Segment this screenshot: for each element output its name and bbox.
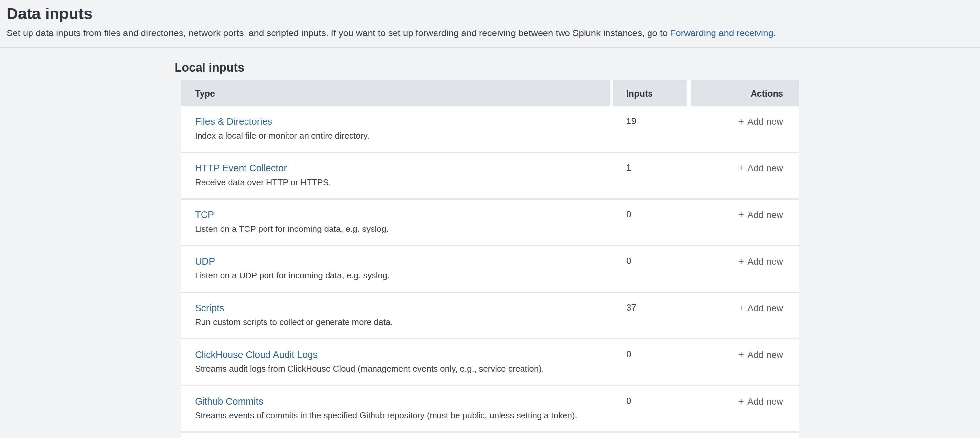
- add-new-label: Add new: [747, 303, 783, 313]
- add-new-label: Add new: [747, 396, 783, 406]
- table-row: TCP Listen on a TCP port for incoming da…: [181, 200, 799, 246]
- inputs-count: 0: [613, 339, 687, 385]
- add-new-button[interactable]: +Add new: [738, 209, 783, 220]
- page-title: Data inputs: [6, 5, 974, 23]
- plus-icon: +: [738, 162, 745, 174]
- input-type-description: Streams events of commits in the specifi…: [195, 409, 610, 422]
- actions-cell: +Add new: [690, 293, 799, 338]
- actions-cell: +Add new: [690, 107, 799, 152]
- type-cell: Files & Directories Index a local file o…: [181, 107, 610, 152]
- actions-cell: +Add new: [690, 200, 799, 245]
- table-row: Scripts Run custom scripts to collect or…: [181, 293, 799, 339]
- input-type-description: Streams audit logs from ClickHouse Cloud…: [195, 363, 610, 375]
- add-new-button[interactable]: +Add new: [738, 163, 783, 174]
- inputs-count: 19: [613, 107, 687, 152]
- input-type-link-tcp[interactable]: TCP: [195, 208, 214, 221]
- table-header-row: Type Inputs Actions: [181, 80, 799, 107]
- input-type-link-http-event-collector[interactable]: HTTP Event Collector: [195, 162, 287, 175]
- plus-icon: +: [738, 349, 745, 360]
- input-type-link-clickhouse-cloud-audit-logs[interactable]: ClickHouse Cloud Audit Logs: [195, 348, 318, 361]
- plus-icon: +: [738, 209, 745, 220]
- input-type-link-files-directories[interactable]: Files & Directories: [195, 115, 272, 128]
- table-row: UDP Listen on a UDP port for incoming da…: [181, 246, 799, 293]
- plus-icon: +: [738, 302, 745, 313]
- add-new-button[interactable]: +Add new: [738, 349, 783, 360]
- add-new-label: Add new: [747, 349, 783, 360]
- inputs-count: 37: [613, 293, 687, 338]
- add-new-button[interactable]: +Add new: [738, 396, 783, 406]
- table-row-partial: [181, 433, 799, 438]
- add-new-label: Add new: [747, 256, 783, 267]
- input-type-description: Listen on a UDP port for incoming data, …: [195, 269, 610, 282]
- table-row: HTTP Event Collector Receive data over H…: [181, 153, 799, 200]
- input-type-link-udp[interactable]: UDP: [195, 255, 215, 268]
- column-header-actions: Actions: [690, 80, 799, 107]
- inputs-count: 0: [613, 246, 687, 291]
- local-inputs-table: Type Inputs Actions Files & Directories …: [181, 80, 799, 438]
- actions-cell: +Add new: [690, 339, 799, 385]
- inputs-count: 1: [613, 153, 687, 198]
- add-new-label: Add new: [747, 163, 783, 174]
- type-cell: ClickHouse Cloud Audit Logs Streams audi…: [181, 339, 610, 385]
- page-header: Data inputs Set up data inputs from file…: [0, 0, 980, 48]
- page-subtitle: Set up data inputs from files and direct…: [6, 27, 974, 39]
- plus-icon: +: [738, 255, 745, 267]
- input-type-link-github-commits[interactable]: Github Commits: [195, 395, 263, 408]
- actions-cell: +Add new: [690, 153, 799, 198]
- type-cell: Scripts Run custom scripts to collect or…: [181, 293, 610, 338]
- content-container: Local inputs Type Inputs Actions Files &…: [175, 61, 805, 438]
- add-new-button[interactable]: +Add new: [738, 303, 783, 313]
- table-row: Files & Directories Index a local file o…: [181, 107, 799, 153]
- section-title-local-inputs: Local inputs: [175, 61, 805, 75]
- inputs-count: 0: [613, 386, 687, 432]
- plus-icon: +: [738, 395, 745, 406]
- add-new-button[interactable]: +Add new: [738, 116, 783, 127]
- input-type-description: Receive data over HTTP or HTTPS.: [195, 176, 610, 188]
- type-cell: TCP Listen on a TCP port for incoming da…: [181, 200, 610, 245]
- column-header-inputs: Inputs: [613, 80, 687, 107]
- column-header-type: Type: [181, 80, 610, 107]
- add-new-label: Add new: [747, 209, 783, 220]
- forwarding-receiving-link[interactable]: Forwarding and receiving: [670, 27, 773, 38]
- input-type-description: Index a local file or monitor an entire …: [195, 129, 610, 142]
- input-type-link-scripts[interactable]: Scripts: [195, 301, 224, 315]
- actions-cell: +Add new: [690, 246, 799, 291]
- table-row: Github Commits Streams events of commits…: [181, 386, 799, 433]
- type-cell: Github Commits Streams events of commits…: [181, 386, 610, 432]
- inputs-count: 0: [613, 200, 687, 245]
- actions-cell: +Add new: [690, 386, 799, 432]
- add-new-button[interactable]: +Add new: [738, 256, 783, 267]
- page-subtitle-suffix: .: [773, 27, 776, 38]
- type-cell: UDP Listen on a UDP port for incoming da…: [181, 246, 610, 291]
- add-new-label: Add new: [747, 116, 783, 127]
- data-inputs-page: Data inputs Set up data inputs from file…: [0, 0, 980, 438]
- plus-icon: +: [738, 116, 745, 127]
- type-cell: HTTP Event Collector Receive data over H…: [181, 153, 610, 198]
- page-subtitle-text: Set up data inputs from files and direct…: [6, 27, 670, 38]
- input-type-description: Listen on a TCP port for incoming data, …: [195, 223, 610, 235]
- input-type-description: Run custom scripts to collect or generat…: [195, 316, 610, 328]
- table-row: ClickHouse Cloud Audit Logs Streams audi…: [181, 339, 799, 386]
